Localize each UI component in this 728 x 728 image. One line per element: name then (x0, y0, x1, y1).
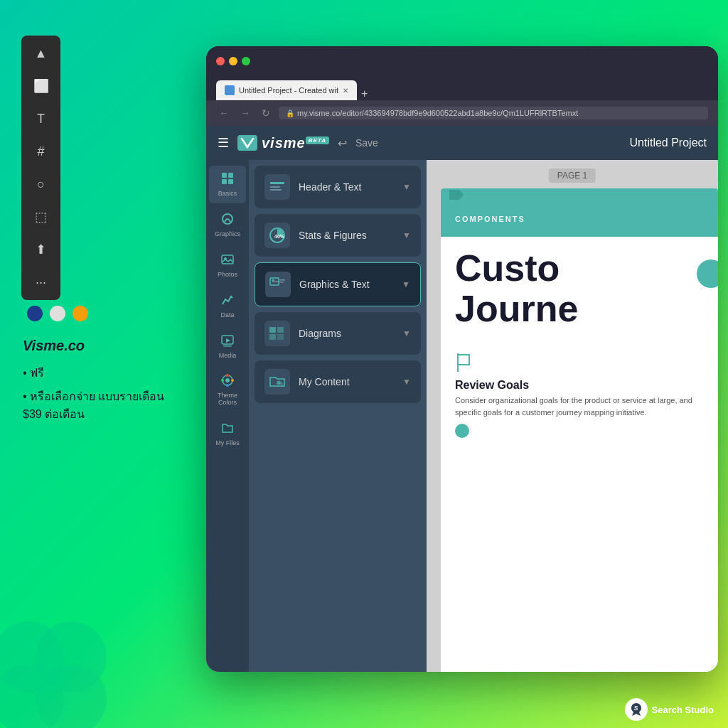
stats-figures-chevron: ▼ (402, 230, 411, 240)
flower-decoration (0, 614, 114, 728)
sidebar-item-photos[interactable]: Photos (209, 247, 246, 284)
theme-colors-label: Theme Colors (212, 392, 243, 407)
svg-rect-31 (269, 334, 276, 340)
sidebar-item-media[interactable]: Media (209, 328, 246, 365)
frame-icon[interactable]: ⬜ (31, 75, 52, 97)
header-text-icon (264, 174, 290, 200)
header-text-chevron: ▼ (402, 182, 411, 192)
doc-title: Custo Journe (441, 237, 718, 335)
section-text: Consider organizational goals for the pr… (455, 395, 704, 418)
svg-rect-21 (270, 186, 280, 188)
address-bar: ← → ↻ 🔒 my.visme.co/editor/433694978bdf9… (206, 100, 718, 126)
sidebar-item-theme-colors[interactable]: Theme Colors (209, 368, 246, 412)
undo-button[interactable]: ↩ (338, 136, 347, 150)
canvas-document: COMPONENTS Custo Journe Rev (441, 188, 718, 672)
traffic-lights (216, 57, 250, 65)
logo-icon (237, 135, 257, 151)
doc-title-line2: Journe (455, 288, 578, 329)
panel: Header & Text ▼ 40% Stats & Figures ▼ Gr… (249, 160, 427, 672)
graphics-label: Graphics (215, 231, 240, 238)
svg-marker-12 (226, 338, 230, 343)
panel-card-header-text[interactable]: Header & Text ▼ (255, 166, 421, 208)
svg-rect-6 (222, 179, 227, 184)
my-content-chevron: ▼ (402, 377, 411, 387)
diagrams-icon (264, 321, 290, 346)
color-dot-blue[interactable] (27, 306, 43, 321)
my-files-label: My Files (215, 440, 240, 447)
svg-rect-22 (270, 189, 282, 191)
sidebar-item-graphics[interactable]: Graphics (209, 206, 246, 244)
left-toolbar: ▲ ⬜ T # ○ ⬚ ⬆ ··· (21, 36, 60, 300)
svg-point-15 (225, 378, 230, 382)
editor-topbar: ☰ vismeBETA ↩ Save Untitled Project (206, 126, 718, 160)
layout-icon[interactable]: ⬚ (31, 206, 52, 228)
green-dot-decoration (455, 424, 469, 438)
section-title: Review Goals (455, 379, 704, 392)
grid-icon[interactable]: # (31, 141, 52, 162)
doc-body: Review Goals Consider organizational goa… (441, 335, 718, 444)
hamburger-menu-icon[interactable]: ☰ (218, 135, 229, 151)
stats-figures-label: Stats & Figures (299, 230, 367, 241)
svg-rect-27 (279, 279, 285, 281)
graphics-text-chevron: ▼ (402, 279, 410, 289)
editor-main: Basics Graphics Photos Data (206, 160, 718, 672)
traffic-light-green[interactable] (242, 57, 250, 65)
browser-tab-active[interactable]: Untitled Project - Created with ✕ (216, 80, 357, 100)
traffic-light-red[interactable] (216, 57, 225, 65)
panel-card-my-content[interactable]: My Content ▼ (255, 360, 421, 403)
beta-badge: BETA (306, 136, 329, 144)
upload-icon[interactable]: ⬆ (31, 239, 52, 260)
color-dot-white[interactable] (50, 306, 65, 321)
search-studio-icon: S (625, 698, 648, 721)
canvas-area[interactable]: PAGE 1 COMPONENTS Custo Journe (427, 160, 718, 672)
svg-rect-4 (222, 173, 227, 178)
my-content-label: My Content (299, 376, 350, 387)
project-title: Untitled Project (630, 136, 707, 149)
url-bar[interactable]: 🔒 my.visme.co/editor/433694978bdf9e9d600… (279, 107, 708, 119)
sidebar-item-data[interactable]: Data (209, 287, 246, 325)
nav-forward-button[interactable]: → (237, 106, 253, 120)
graphics-text-icon (265, 272, 291, 297)
sidebar-item-basics[interactable]: Basics (209, 166, 246, 203)
nav-back-button[interactable]: ← (216, 106, 232, 120)
lock-icon: 🔒 (286, 109, 294, 117)
select-icon[interactable]: ▲ (31, 43, 52, 64)
sidebar-item-my-files[interactable]: My Files (209, 415, 246, 453)
tab-favicon (225, 85, 235, 95)
svg-rect-9 (222, 255, 233, 264)
shape-icon[interactable]: ○ (31, 173, 52, 195)
logo-text: vismeBETA (262, 135, 329, 151)
graphics-icon (220, 212, 235, 230)
more-icon[interactable]: ··· (31, 272, 52, 293)
graphics-text-label: Graphics & Text (299, 279, 370, 290)
color-dot-yellow[interactable] (73, 306, 88, 321)
browser-chrome (206, 46, 718, 76)
text-icon[interactable]: T (31, 108, 52, 129)
theme-colors-icon (220, 373, 235, 391)
svg-point-19 (231, 379, 234, 382)
save-button[interactable]: Save (355, 137, 378, 149)
data-label: Data (220, 312, 234, 319)
my-content-icon (264, 369, 290, 395)
svg-rect-7 (228, 179, 233, 184)
visme-logo: vismeBETA (237, 135, 329, 151)
basics-icon (220, 171, 235, 189)
search-studio-label: Search Studio (652, 705, 714, 715)
left-info: Visme.co • ฟรี • หรือเลือกจ่าย แบบรายเดื… (23, 338, 179, 429)
svg-text:S: S (633, 705, 638, 712)
components-label: COMPONENTS (455, 215, 525, 223)
svg-rect-20 (270, 182, 284, 184)
media-label: Media (219, 353, 237, 360)
diagrams-chevron: ▼ (402, 328, 411, 338)
svg-rect-5 (228, 173, 233, 178)
traffic-light-yellow[interactable] (229, 57, 237, 65)
tab-close-icon[interactable]: ✕ (343, 87, 348, 95)
nav-refresh-button[interactable]: ↻ (259, 106, 273, 120)
svg-point-16 (226, 374, 229, 377)
new-tab-icon[interactable]: + (361, 87, 368, 100)
panel-card-graphics-text[interactable]: Graphics & Text ▼ (255, 262, 421, 306)
panel-card-diagrams[interactable]: Diagrams ▼ (255, 312, 421, 355)
data-icon (220, 293, 235, 311)
bullet-paid: • หรือเลือกจ่าย แบบรายเดือน $39 ต่อเดือน (23, 387, 179, 423)
panel-card-stats-figures[interactable]: 40% Stats & Figures ▼ (255, 214, 421, 257)
